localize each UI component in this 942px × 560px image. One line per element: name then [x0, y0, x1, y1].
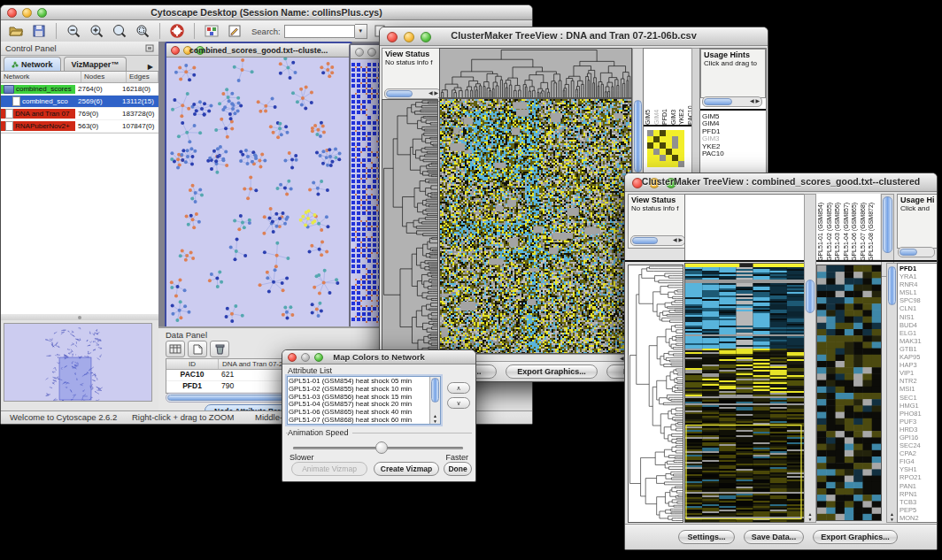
- gene-label[interactable]: NTR2: [900, 377, 936, 385]
- gene-label[interactable]: RNR4: [900, 280, 936, 288]
- gene-label[interactable]: TCB3: [900, 498, 936, 506]
- network-list-row[interactable]: DNA and Tran 07 769(0) 183728(0): [1, 108, 158, 120]
- row-dendrogram-canvas[interactable]: [628, 265, 683, 523]
- gene-label[interactable]: HAP3: [900, 361, 936, 369]
- gene-label[interactable]: PFD1: [900, 265, 936, 272]
- export-graphics-button[interactable]: Export Graphics...: [506, 364, 598, 379]
- move-up-button[interactable]: ∧: [447, 382, 470, 394]
- column-label[interactable]: YKE2: [677, 50, 686, 125]
- gene-label[interactable]: YRA1: [900, 272, 936, 280]
- vizmapper-icon[interactable]: [202, 22, 221, 40]
- zoom-in-icon[interactable]: [87, 22, 106, 40]
- column-dendrogram-canvas[interactable]: [439, 48, 632, 98]
- column-label[interactable]: GIM3: [669, 50, 678, 125]
- column-label[interactable]: GPL51-02 (GSM855): [825, 196, 834, 261]
- gene-label[interactable]: VIP1: [900, 369, 936, 377]
- save-data-button[interactable]: Save Data...: [744, 530, 804, 544]
- gene-label[interactable]: MSL1: [900, 288, 936, 296]
- settings-button[interactable]: Settings...: [678, 530, 735, 544]
- mini-heatmap-matrix[interactable]: [647, 130, 684, 167]
- attribute-item[interactable]: GPL51-07 (GSM868) heat shock 60 min: [289, 417, 429, 425]
- network-list-row[interactable]: RNAPuberNov2+ 563(0) 107847(0): [1, 120, 158, 133]
- network-overview-canvas[interactable]: [4, 323, 152, 402]
- column-label[interactable]: GPL51-08 (GSM872): [867, 196, 876, 261]
- attribute-table-icon[interactable]: [166, 341, 185, 357]
- annotation-icon[interactable]: [225, 22, 244, 40]
- treeview2-titlebar[interactable]: ClusterMaker TreeView : combined_scores_…: [625, 173, 937, 192]
- row-dendrogram-canvas[interactable]: [382, 99, 438, 354]
- treeview1-titlebar[interactable]: ClusterMaker TreeView : DNA and Tran 07-…: [380, 27, 768, 46]
- listbox-scrollbar[interactable]: ▲▼: [429, 377, 440, 424]
- export-graphics-button[interactable]: Export Graphics...: [813, 530, 898, 544]
- gene-label[interactable]: NIS1: [900, 313, 936, 321]
- column-label[interactable]: GIM4: [652, 50, 661, 125]
- save-icon[interactable]: [29, 22, 49, 40]
- network-list-row[interactable]: combined_scores 2764(0) 16218(0): [1, 83, 158, 96]
- gene-label[interactable]: BUD4: [900, 321, 936, 329]
- help-lifesaver-icon[interactable]: [167, 22, 187, 40]
- column-header-id[interactable]: ID: [166, 359, 219, 369]
- gene-label[interactable]: GPI16: [900, 433, 936, 441]
- column-label[interactable]: GPL51-07 (GSM868): [859, 196, 868, 261]
- heatmap-vscrollbar[interactable]: ▲▼: [804, 194, 816, 523]
- column-label[interactable]: GPL51-03 (GSM856): [833, 196, 842, 261]
- done-button[interactable]: Done: [444, 462, 472, 476]
- gene-label[interactable]: KAP95: [900, 353, 936, 361]
- gene-label[interactable]: RPO21: [900, 473, 936, 481]
- usage-hints-scrollbar[interactable]: ◀ ▶: [702, 96, 762, 107]
- gene-label[interactable]: PUF3: [900, 418, 936, 426]
- gene-label[interactable]: MON2: [900, 514, 936, 522]
- gene-label[interactable]: CPA2: [900, 449, 936, 457]
- gene-label[interactable]: HMG1: [900, 402, 936, 410]
- network-view-titlebar[interactable]: combined_scores_good.txt--cluste...: [166, 43, 351, 58]
- open-icon[interactable]: [6, 22, 26, 40]
- gene-label[interactable]: MSI1: [900, 385, 936, 393]
- gene-label[interactable]: RPN1: [900, 490, 936, 498]
- column-label[interactable]: GIM5: [644, 50, 652, 125]
- column-label[interactable]: GPL51-06 (GSM865): [850, 196, 859, 261]
- network-view-window[interactable]: combined_scores_good.txt--cluste...: [165, 42, 352, 330]
- new-attribute-icon[interactable]: [188, 341, 207, 357]
- tab-vizmapper[interactable]: VizMapper™: [64, 57, 127, 71]
- gene-label[interactable]: PEP5: [900, 506, 936, 514]
- gene-label[interactable]: YSH1: [900, 465, 936, 473]
- column-header-network[interactable]: Network: [1, 72, 81, 82]
- zoom-out-icon[interactable]: [64, 22, 83, 40]
- zoom-fit-icon[interactable]: [110, 22, 129, 40]
- gene-label[interactable]: SPC98: [900, 296, 936, 304]
- heatmap-canvas[interactable]: [439, 98, 632, 354]
- slider-thumb[interactable]: [375, 441, 388, 454]
- network-list-row[interactable]: combined_sco 2569(6) 13112(15): [1, 96, 158, 108]
- gene-label[interactable]: CLN1: [900, 304, 936, 312]
- gene-label[interactable]: PHO81: [900, 410, 936, 418]
- gene-label[interactable]: ELG1: [900, 329, 936, 337]
- zoom-selected-icon[interactable]: [133, 22, 152, 40]
- column-label[interactable]: GPL51-04 (GSM857): [842, 196, 851, 261]
- attribute-listbox[interactable]: GPL51-01 (GSM854) heat shock 05 minGPL51…: [287, 376, 441, 425]
- column-label[interactable]: GPL51-01 (GSM854): [816, 196, 825, 261]
- minimize-button[interactable]: [367, 48, 376, 57]
- search-dropdown-arrow[interactable]: ▼: [355, 24, 367, 39]
- column-header-nodes[interactable]: Nodes: [81, 72, 127, 82]
- network-overview-panel[interactable]: [1, 320, 158, 411]
- gene-label[interactable]: SEC1: [900, 394, 936, 402]
- usage-hints-scrollbar[interactable]: [898, 247, 935, 257]
- move-down-button[interactable]: ∨: [447, 397, 470, 409]
- view-status-scrollbar[interactable]: ◀ ▶: [384, 88, 441, 99]
- dialog-titlebar[interactable]: Map Colors to Network: [282, 350, 475, 364]
- tab-overflow-arrow[interactable]: ▶: [143, 63, 158, 71]
- main-titlebar[interactable]: Cytoscape Desktop (Session Name: collins…: [1, 5, 532, 20]
- tab-network[interactable]: Network: [4, 57, 61, 71]
- column-label[interactable]: PFD1: [660, 50, 669, 125]
- row-label[interactable]: PAC10: [702, 150, 724, 157]
- zoom-heatmap-canvas[interactable]: [816, 265, 882, 521]
- gene-label[interactable]: MAK31: [900, 337, 936, 345]
- gene-label[interactable]: HRD3: [900, 426, 936, 433]
- close-button[interactable]: [355, 48, 364, 57]
- gene-label[interactable]: PAN1: [900, 482, 936, 490]
- gene-label[interactable]: GTB1: [900, 345, 936, 353]
- gene-label[interactable]: SEC24: [900, 441, 936, 449]
- search-input[interactable]: [284, 25, 355, 38]
- panel-splitter[interactable]: [1, 314, 158, 320]
- network-canvas[interactable]: [166, 58, 347, 326]
